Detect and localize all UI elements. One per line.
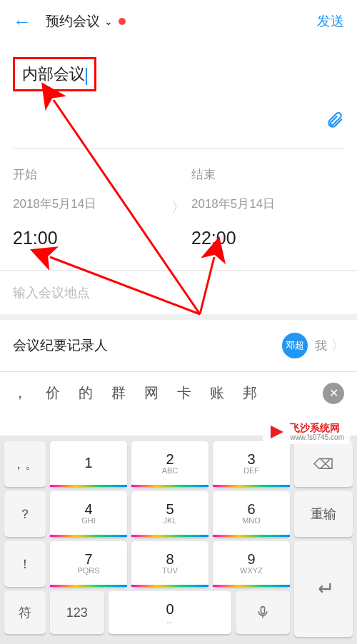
suggestion-item[interactable]: 的 [79, 383, 93, 403]
meeting-title-input[interactable]: 内部会议 [22, 65, 85, 83]
time-picker[interactable]: 开始 2018年5月14日 21:00 〉 结束 2018年5月14日 22:0… [0, 149, 357, 270]
key-6[interactable]: 6MNO [213, 491, 290, 537]
location-input[interactable]: 输入会议地点 [13, 286, 90, 300]
suggestion-item[interactable]: 邦 [243, 383, 257, 403]
me-text: 我 [315, 338, 327, 354]
page-title[interactable]: 预约会议 ⌄ [46, 12, 126, 31]
end-time: 22:00 [191, 228, 344, 248]
back-icon[interactable]: ← [13, 11, 31, 33]
key-8[interactable]: 8TUV [131, 541, 208, 587]
start-time: 21:00 [13, 228, 166, 248]
key-reinput[interactable]: 重输 [294, 491, 353, 537]
key-7[interactable]: 7PQRS [50, 541, 127, 587]
suggestion-item[interactable]: 网 [144, 383, 159, 403]
notification-dot [119, 18, 126, 25]
suggestion-item[interactable]: ， [13, 383, 27, 403]
key-1[interactable]: 1 [50, 441, 127, 487]
key-question[interactable]: ？ [4, 491, 46, 537]
keyboard: ，。 1 2ABC 3DEF ⌫ ？ 4GHI 5JKL 6MNO 重输 ！ 7… [0, 436, 357, 644]
key-exclaim[interactable]: ！ [4, 541, 46, 587]
annotation-box: 内部会议 [13, 57, 96, 91]
start-date: 2018年5月14日 [13, 196, 166, 212]
suggestion-item[interactable]: 群 [111, 383, 126, 403]
avatar: 邓超 [282, 333, 308, 358]
ime-suggestions: ， 价 的 群 网 卡 账 邦 ✕ [0, 371, 357, 414]
chevron-down-icon: ⌄ [104, 16, 113, 27]
key-symbols[interactable]: 符 [4, 591, 46, 634]
key-4[interactable]: 4GHI [50, 491, 127, 537]
chevron-right-icon: 〉 [171, 198, 186, 217]
key-mic[interactable] [236, 591, 290, 634]
title-text: 预约会议 [46, 12, 100, 31]
start-label: 开始 [13, 166, 166, 183]
key-5[interactable]: 5JKL [131, 491, 208, 537]
recorder-label: 会议纪要记录人 [13, 336, 282, 355]
svg-rect-0 [261, 607, 265, 614]
key-punct[interactable]: ，。 [4, 441, 46, 487]
text-cursor [86, 68, 87, 85]
close-icon[interactable]: ✕ [323, 383, 344, 404]
key-2[interactable]: 2ABC [131, 441, 208, 487]
attachment-icon[interactable] [326, 111, 344, 135]
key-3[interactable]: 3DEF [213, 441, 290, 487]
key-0[interactable]: 0⎵ [109, 591, 232, 634]
end-label: 结束 [191, 166, 344, 183]
key-123[interactable]: 123 [50, 591, 104, 634]
send-button[interactable]: 发送 [317, 12, 344, 31]
suggestion-item[interactable]: 价 [46, 383, 60, 403]
key-enter[interactable] [294, 541, 353, 637]
end-date: 2018年5月14日 [191, 196, 344, 212]
watermark: 飞沙系统网 www.fs0745.com [263, 420, 350, 444]
suggestion-item[interactable]: 卡 [177, 383, 191, 403]
recorder-row[interactable]: 会议纪要记录人 邓超 我 〉 [0, 320, 357, 371]
key-9[interactable]: 9WXYZ [213, 541, 290, 587]
chevron-right-icon: 〉 [331, 337, 344, 354]
key-backspace[interactable]: ⌫ [294, 441, 353, 487]
suggestion-item[interactable]: 账 [210, 383, 224, 403]
